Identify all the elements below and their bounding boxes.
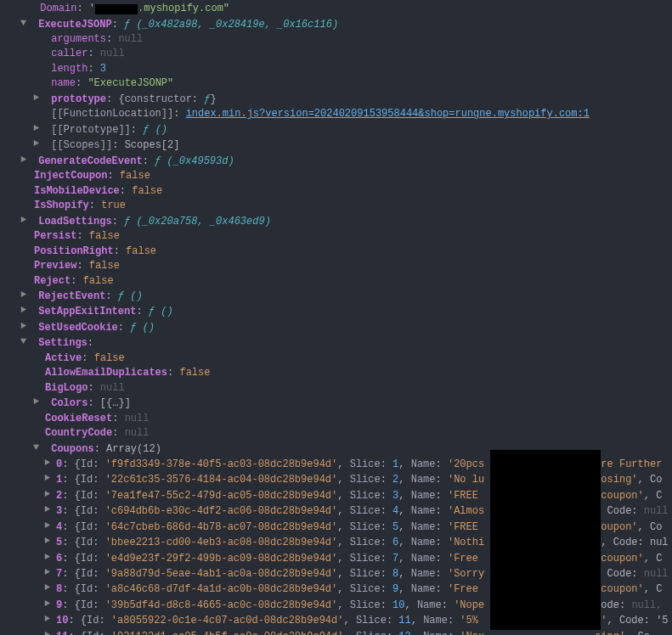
property-caller: caller: null bbox=[0, 47, 672, 62]
property-persist: Persist: false bbox=[0, 229, 672, 244]
expand-toggle[interactable] bbox=[19, 289, 27, 304]
property-name: name: "ExecuteJSONP" bbox=[0, 76, 672, 92]
property-positionright: PositionRight: false bbox=[0, 244, 672, 260]
expand-toggle[interactable] bbox=[42, 582, 51, 597]
property-cookiereset: CookieReset: null bbox=[0, 412, 672, 427]
redacted-domain bbox=[95, 4, 138, 14]
expand-toggle[interactable] bbox=[42, 629, 51, 635]
property-prototype-chain[interactable]: [[Prototype]]: ƒ () bbox=[0, 122, 672, 138]
expand-toggle[interactable] bbox=[19, 17, 27, 32]
expand-toggle[interactable] bbox=[42, 520, 51, 535]
property-prototype[interactable]: prototype: {constructor: ƒ} bbox=[0, 92, 672, 107]
expand-toggle[interactable] bbox=[42, 598, 51, 613]
property-reject: Reject: false bbox=[0, 274, 672, 289]
expand-toggle[interactable] bbox=[42, 535, 51, 550]
expand-toggle[interactable] bbox=[19, 214, 27, 229]
property-active: Active: false bbox=[0, 351, 672, 367]
redacted-overlay bbox=[490, 450, 601, 630]
expand-toggle[interactable] bbox=[42, 566, 51, 582]
property-setappexitintent[interactable]: SetAppExitIntent: ƒ () bbox=[0, 304, 672, 319]
key-label: Domain bbox=[40, 3, 76, 14]
expand-toggle[interactable] bbox=[31, 122, 40, 138]
property-executejsonp[interactable]: ExecuteJSONP: ƒ (_0x482a98, _0x28419e, _… bbox=[0, 17, 672, 32]
property-domain: Domain: ' .myshopify.com" bbox=[0, 2, 672, 17]
property-colors[interactable]: Colors: [{…}] bbox=[0, 396, 672, 411]
property-rejectevent[interactable]: RejectEvent: ƒ () bbox=[0, 289, 672, 304]
expand-toggle[interactable] bbox=[31, 138, 40, 153]
expand-toggle[interactable] bbox=[42, 472, 51, 487]
expand-toggle[interactable] bbox=[42, 457, 51, 472]
expand-toggle[interactable] bbox=[19, 154, 27, 169]
expand-toggle[interactable] bbox=[42, 613, 51, 628]
expand-toggle[interactable] bbox=[42, 488, 51, 503]
property-countrycode: CountryCode: null bbox=[0, 426, 672, 441]
property-functionlocation[interactable]: [[FunctionLocation]]: index.min.js?versi… bbox=[0, 107, 672, 122]
expand-toggle[interactable] bbox=[19, 320, 27, 335]
expand-toggle[interactable] bbox=[31, 441, 40, 457]
property-biglogo: BigLogo: null bbox=[0, 381, 672, 396]
property-loadsettings[interactable]: LoadSettings: ƒ (_0x20a758, _0x463ed9) bbox=[0, 214, 672, 229]
expand-toggle[interactable] bbox=[31, 92, 40, 107]
property-isshopify: IsShopify: true bbox=[0, 199, 672, 214]
property-setusedcookie[interactable]: SetUsedCookie: ƒ () bbox=[0, 320, 672, 335]
property-settings[interactable]: Settings: bbox=[0, 335, 672, 351]
property-allowemaildup: AllowEmailDuplicates: false bbox=[0, 366, 672, 381]
property-arguments: arguments: null bbox=[0, 32, 672, 48]
expand-toggle[interactable] bbox=[19, 304, 27, 319]
expand-toggle[interactable] bbox=[42, 551, 51, 566]
property-length: length: 3 bbox=[0, 62, 672, 77]
expand-toggle[interactable] bbox=[31, 396, 40, 411]
expand-toggle[interactable] bbox=[19, 335, 27, 351]
property-preview: Preview: false bbox=[0, 259, 672, 274]
source-link[interactable]: index.min.js?version=20240209153958444&s… bbox=[186, 108, 590, 120]
expand-toggle[interactable] bbox=[42, 503, 51, 519]
property-scopes[interactable]: [[Scopes]]: Scopes[2] bbox=[0, 138, 672, 153]
property-ismobiledevice: IsMobileDevice: false bbox=[0, 184, 672, 199]
property-injectcoupon: InjectCoupon: false bbox=[0, 169, 672, 184]
property-generatecodeevent[interactable]: GenerateCodeEvent: ƒ (_0x49593d) bbox=[0, 154, 672, 169]
